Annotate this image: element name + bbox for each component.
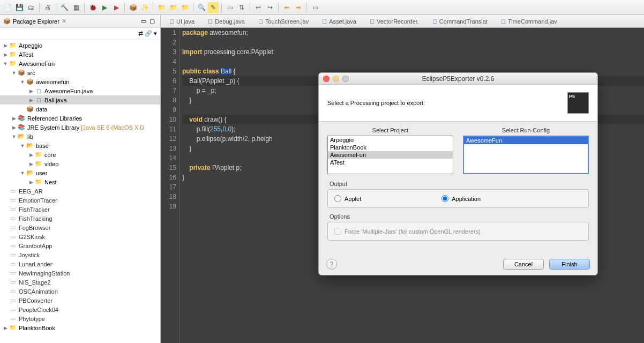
maximize-icon[interactable]: ▢ [149,18,157,25]
disclosure-arrow-icon[interactable]: ▶ [28,179,34,185]
disclosure-arrow-icon[interactable]: ▶ [28,161,34,167]
editor-tab[interactable]: ◻UI.java [163,16,201,26]
tb-new-icon[interactable]: 📄 [2,2,13,13]
editor-tab[interactable]: ◻Debug.java [201,16,252,26]
output-application-radio[interactable]: Application [441,195,481,202]
tb-sync-icon[interactable]: ⇅ [236,2,247,13]
disclosure-arrow-icon[interactable] [2,225,9,231]
tree-item[interactable]: ▶📁ATest [0,50,160,59]
tb-outline-icon[interactable]: ▭ [224,2,235,13]
tb-run-icon[interactable]: ▶ [99,2,110,13]
tree-item[interactable]: ▶📁Nest [0,177,160,187]
tree-item[interactable]: ▼📂user [0,168,160,177]
project-tree[interactable]: ▶📁Arpeggio▶📁ATest▼📁AwesomeFun▼📦src▼📦awes… [0,40,160,343]
tb-folder3-icon[interactable]: 📁 [179,2,190,13]
disclosure-arrow-icon[interactable] [2,234,9,240]
disclosure-arrow-icon[interactable] [2,188,9,195]
disclosure-arrow-icon[interactable]: ▼ [11,133,17,140]
tree-item[interactable]: ▼📁AwesomeFun [0,59,160,68]
disclosure-arrow-icon[interactable]: ▼ [19,143,26,149]
close-view-icon[interactable]: ✕ [62,18,66,25]
tree-item[interactable]: ▶📚JRE System Library [Java SE 6 (MacOS X… [0,123,160,132]
tb-package-icon[interactable]: 📦 [128,2,138,13]
multijar-checkbox[interactable]: Force 'Multiple-Jars' (for custom OpenGL… [334,228,481,235]
tree-item[interactable]: ▶📁PlanktonBook [0,323,160,332]
tb-next-icon[interactable]: ↪ [265,2,275,13]
editor-tab[interactable]: ◻TimeCommand.jav [495,16,564,26]
disclosure-arrow-icon[interactable] [2,316,9,322]
tree-item[interactable]: ▭G2SKiosk [0,232,160,241]
disclosure-arrow-icon[interactable]: ▼ [19,79,26,85]
tree-item[interactable]: ▭OSCAnimation [0,287,160,296]
project-item[interactable]: Arpeggio [328,136,453,144]
disclosure-arrow-icon[interactable]: ▶ [2,51,9,58]
tree-item[interactable]: ▶◻Ball.java [0,95,160,105]
tree-item[interactable]: ▭GrantbotApp [0,241,160,250]
tree-item[interactable]: ▼📂lib [0,132,160,141]
project-item[interactable]: PlanktonBook [328,144,453,151]
tree-item[interactable]: ▭NIS_Stage2 [0,278,160,287]
project-item[interactable]: ATest [328,159,453,166]
tree-item[interactable]: 📦data [0,105,160,114]
tb-highlight-icon[interactable]: ✎ [208,2,219,13]
tb-search-icon[interactable]: 🔍 [196,2,207,13]
tree-item[interactable]: ▶📚Referenced Libraries [0,114,160,123]
tree-item[interactable]: ▶◻AwesomeFun.java [0,86,160,95]
disclosure-arrow-icon[interactable]: ▶ [2,325,9,331]
tree-item[interactable]: ▭PeopleClock04 [0,305,160,314]
tb-wizard-icon[interactable]: ✨ [139,2,150,13]
disclosure-arrow-icon[interactable] [2,206,9,213]
disclosure-arrow-icon[interactable] [2,307,9,313]
tb-back-icon[interactable]: ⬅ [281,2,292,13]
disclosure-arrow-icon[interactable] [2,243,9,249]
disclosure-arrow-icon[interactable]: ▼ [2,61,9,67]
output-applet-radio[interactable]: Applet [334,195,361,202]
editor-tab[interactable]: ◻TouchScreen.jav [252,16,316,26]
tree-item[interactable]: ▭LunarLander [0,259,160,269]
disclosure-arrow-icon[interactable] [2,261,9,267]
disclosure-arrow-icon[interactable] [2,297,9,304]
tree-item[interactable]: ▼📂base [0,141,160,150]
collapse-all-icon[interactable]: ⇄ [138,30,143,37]
tree-item[interactable]: ▭PBConverter [0,296,160,305]
tree-item[interactable]: ▭FishTracker [0,205,160,214]
tree-item[interactable]: ▭EmotionTracer [0,196,160,205]
tree-item[interactable]: ▶📁Arpeggio [0,41,160,50]
runconfig-listbox[interactable]: AwesomeFun [463,136,589,174]
tb-prev-icon[interactable]: ↩ [253,2,264,13]
disclosure-arrow-icon[interactable] [2,279,9,286]
disclosure-arrow-icon[interactable]: ▶ [28,97,34,103]
tree-item[interactable]: ▶📁core [0,150,160,159]
project-item[interactable]: AwesomeFun [328,151,453,159]
tb-fwd-icon[interactable]: ➡ [293,2,304,13]
tb-debug-icon[interactable]: 🐞 [87,2,98,13]
disclosure-arrow-icon[interactable] [2,197,9,204]
tree-item[interactable]: ▭NewImagingStation [0,269,160,278]
editor-tab[interactable]: ◻CommandTranslat [426,16,495,26]
disclosure-arrow-icon[interactable] [2,252,9,258]
tree-item[interactable]: ▭Phytotype [0,314,160,323]
tb-runext-icon[interactable]: ▶ [111,2,122,13]
disclosure-arrow-icon[interactable]: ▶ [11,115,17,122]
disclosure-arrow-icon[interactable]: ▼ [11,70,17,76]
disclosure-arrow-icon[interactable] [19,106,26,113]
tree-item[interactable]: ▶📁video [0,159,160,168]
dialog-titlebar[interactable]: EclipseP5Exporter v0.2.6 [319,73,597,85]
tb-grid-icon[interactable]: ▦ [71,2,81,13]
disclosure-arrow-icon[interactable] [2,270,9,277]
tb-saveall-icon[interactable]: 🗂 [26,2,36,13]
disclosure-arrow-icon[interactable] [2,215,9,222]
tree-item[interactable]: ▼📦src [0,68,160,77]
runconfig-item[interactable]: AwesomeFun [464,137,588,144]
editor-tab[interactable]: ◻Asset.java [316,16,363,26]
project-listbox[interactable]: ArpeggioPlanktonBookAwesomeFunATest [327,136,453,174]
tb-last-icon[interactable]: ▭ [310,2,320,13]
disclosure-arrow-icon[interactable]: ▶ [28,88,34,94]
tree-item[interactable]: ▭EEG_AR [0,187,160,196]
link-editor-icon[interactable]: 🔗 [145,30,152,37]
tree-item[interactable]: ▼📦awesomefun [0,77,160,86]
disclosure-arrow-icon[interactable] [2,288,9,295]
finish-button[interactable]: Finish [549,259,590,270]
tb-print-icon[interactable]: 🖨 [42,2,53,13]
disclosure-arrow-icon[interactable]: ▶ [11,124,17,131]
